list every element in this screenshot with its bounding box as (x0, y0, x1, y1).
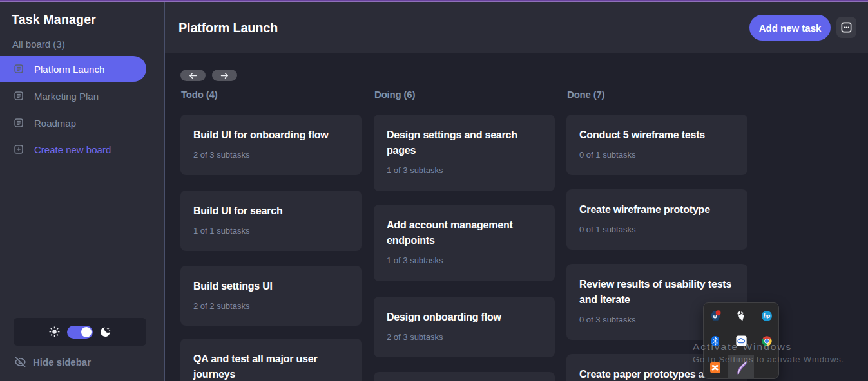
svg-text:hp: hp (764, 313, 770, 319)
